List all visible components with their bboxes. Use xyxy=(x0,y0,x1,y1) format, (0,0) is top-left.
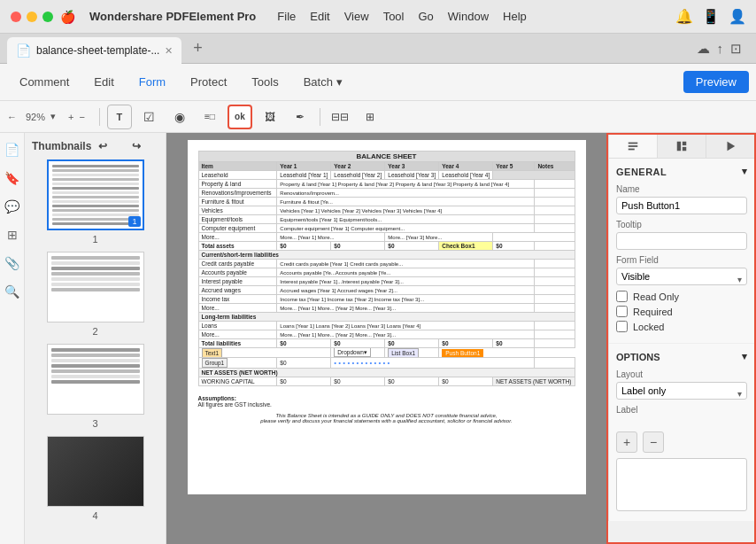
zoom-fit-icon[interactable]: − xyxy=(79,112,84,122)
thumbnail-page-2[interactable]: 2 xyxy=(32,252,158,337)
image-field-button[interactable]: 🖼 xyxy=(258,105,282,129)
text-field-button[interactable]: T xyxy=(107,105,132,129)
general-collapse-icon[interactable]: ▾ xyxy=(742,166,748,177)
new-tab-button[interactable]: + xyxy=(187,38,208,59)
required-checkbox[interactable] xyxy=(616,306,628,317)
options-section: OPTIONS ▾ Layout Label only Icon only Ic… xyxy=(609,344,754,424)
thumbnail-page-4[interactable]: 4 xyxy=(32,436,158,521)
title-bar: 🍎 Wondershare PDFElement Pro File Edit V… xyxy=(0,0,756,34)
layer-icon[interactable]: ⊞ xyxy=(3,225,22,245)
tab-close-icon[interactable]: ✕ xyxy=(165,45,173,57)
page-badge-1: 1 xyxy=(128,216,140,227)
ok-button[interactable]: ok xyxy=(228,105,252,129)
close-button[interactable] xyxy=(11,12,21,22)
nav-tools[interactable]: Tools xyxy=(239,72,290,92)
tab-bar: 📄 balance-sheet-template-... ✕ + ☁ ↑ ⊡ xyxy=(0,34,756,64)
thumbnail-image-1: 1 xyxy=(47,159,144,230)
separator xyxy=(99,108,100,126)
attach-icon[interactable]: 📎 xyxy=(3,253,22,273)
page-label-4: 4 xyxy=(92,510,97,521)
zoom-in-icon[interactable]: + xyxy=(68,112,73,122)
menu-edit[interactable]: Edit xyxy=(310,10,329,23)
page-icon[interactable]: 📄 xyxy=(3,140,22,159)
add-remove-buttons: + − xyxy=(616,431,747,453)
properties-icon xyxy=(627,140,639,152)
layout-icon xyxy=(675,140,688,152)
bookmark-icon[interactable]: 🔖 xyxy=(3,168,22,188)
svg-rect-4 xyxy=(683,142,686,145)
thumbnail-image-2 xyxy=(47,252,144,323)
search-icon[interactable]: 🔍 xyxy=(3,282,22,301)
menu-file[interactable]: File xyxy=(277,10,296,23)
toolbar-right: Preview xyxy=(683,71,749,93)
nav-edit[interactable]: Edit xyxy=(81,72,126,92)
nav-comment[interactable]: Comment xyxy=(7,72,81,92)
pdf-page: BALANCE SHEET Item Year 1Year 2Year 3Yea… xyxy=(188,140,586,494)
align-button[interactable]: ⊟⊟ xyxy=(328,105,352,129)
minimize-button[interactable] xyxy=(27,12,37,22)
signature-field-button[interactable]: ✒ xyxy=(288,105,312,129)
next-thumb-icon[interactable]: ↪ xyxy=(132,140,158,152)
locked-checkbox[interactable] xyxy=(616,321,628,332)
fullscreen-icon[interactable]: ⊡ xyxy=(730,41,742,57)
menu-tool[interactable]: Tool xyxy=(383,10,405,23)
locked-row: Locked xyxy=(616,321,747,332)
panel-tab-actions[interactable] xyxy=(706,135,754,158)
preview-button[interactable]: Preview xyxy=(683,71,749,93)
distribute-button[interactable]: ⊞ xyxy=(358,105,382,129)
panel-tab-properties[interactable] xyxy=(609,135,658,158)
document-tab[interactable]: 📄 balance-sheet-template-... ✕ xyxy=(7,37,181,64)
nav-batch[interactable]: Batch ▾ xyxy=(291,72,355,92)
layout-select-wrapper: Label only Icon only Icon top, label bot… xyxy=(616,382,747,405)
thumbnails-label: Thumbnails xyxy=(32,140,91,152)
layout-select[interactable]: Label only Icon only Icon top, label bot… xyxy=(616,382,747,400)
tooltip-input[interactable] xyxy=(616,232,747,250)
zoom-level: 92% xyxy=(26,112,45,122)
readonly-checkbox[interactable] xyxy=(616,291,628,302)
label-textarea[interactable] xyxy=(616,458,747,511)
nav-menu: Comment Edit Form Protect Tools Batch ▾ xyxy=(7,72,355,92)
annotation-icon[interactable]: 💬 xyxy=(3,197,22,216)
menu-help[interactable]: Help xyxy=(503,10,527,23)
separator-2 xyxy=(320,108,320,126)
svg-rect-2 xyxy=(629,149,635,151)
panel-tab-layout[interactable] xyxy=(658,135,706,158)
pdf-viewer[interactable]: BALANCE SHEET Item Year 1Year 2Year 3Yea… xyxy=(166,133,606,544)
notification-icon[interactable]: 🔔 xyxy=(676,9,692,25)
mobile-icon[interactable]: 📱 xyxy=(703,9,719,25)
remove-item-button[interactable]: − xyxy=(643,431,664,453)
radio-button[interactable]: ◉ xyxy=(167,105,192,129)
page-label-1: 1 xyxy=(92,234,97,245)
add-item-button[interactable]: + xyxy=(616,431,637,453)
zoom-chevron[interactable]: ▾ xyxy=(50,111,56,122)
pdf-icon: 📄 xyxy=(16,43,31,58)
options-label: OPTIONS xyxy=(616,352,660,362)
tab-title: balance-sheet-template-... xyxy=(36,44,159,57)
form-field-select[interactable]: Visible Hidden No Print No View xyxy=(616,268,747,285)
nav-form[interactable]: Form xyxy=(127,72,178,92)
app-name: Wondershare PDFElement Pro xyxy=(89,10,256,23)
options-collapse-icon[interactable]: ▾ xyxy=(742,351,747,362)
nav-protect[interactable]: Protect xyxy=(178,72,239,92)
thumbnail-page-3[interactable]: 3 xyxy=(32,344,158,429)
name-input[interactable] xyxy=(616,197,747,214)
checkbox-button[interactable]: ☑ xyxy=(137,105,162,129)
name-label: Name xyxy=(616,184,747,194)
menu-view[interactable]: View xyxy=(344,10,369,23)
maximize-button[interactable] xyxy=(42,12,53,22)
share-icon[interactable]: ↑ xyxy=(717,41,724,56)
menu-go[interactable]: Go xyxy=(418,10,433,23)
main-area: 📄 🔖 💬 ⊞ 📎 🔍 Thumbnails ↩ ↪ xyxy=(0,133,756,544)
actions-icon xyxy=(724,140,737,152)
menu-window[interactable]: Window xyxy=(448,10,489,23)
required-row: Required xyxy=(616,306,747,317)
thumbnail-page-1[interactable]: 1 1 xyxy=(32,159,158,245)
right-panel-wrapper: GENERAL ▾ Name Tooltip Form Field Visibl… xyxy=(606,133,756,544)
prev-thumb-icon[interactable]: ↩ xyxy=(98,140,125,152)
account-icon[interactable]: 👤 xyxy=(729,9,745,25)
panel-bottom: + − xyxy=(609,424,754,521)
upload-icon[interactable]: ☁ xyxy=(697,41,710,57)
general-section: GENERAL ▾ Name Tooltip Form Field Visibl… xyxy=(609,159,754,344)
list-button[interactable]: ≡□ xyxy=(197,105,222,129)
zoom-out-icon[interactable]: ← xyxy=(7,112,17,122)
